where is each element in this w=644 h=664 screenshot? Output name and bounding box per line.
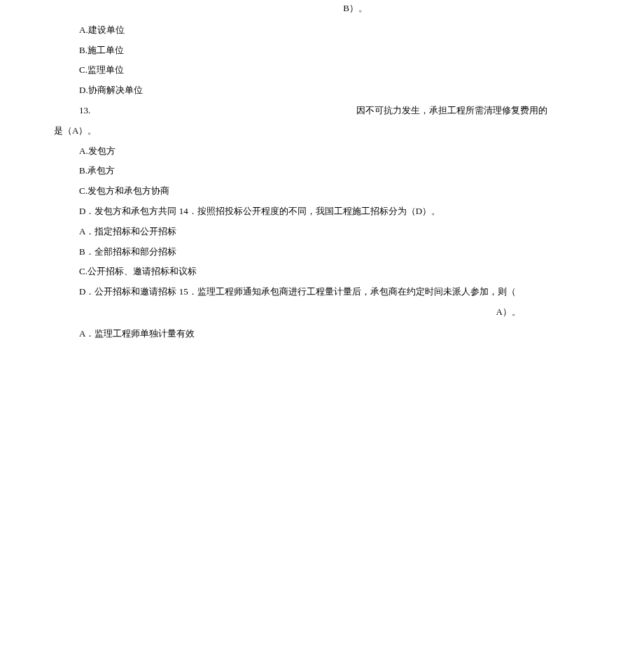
- q13-option-c: C.发包方和承包方协商: [0, 184, 644, 199]
- q13-option-a: A.发包方: [0, 144, 644, 159]
- q13-option-d-and-q14: D．发包方和承包方共同 14．按照招投标公开程度的不同，我国工程施工招标分为（D…: [0, 204, 644, 219]
- q12-option-d: D.协商解决单位: [0, 83, 644, 98]
- q12-option-c: C.监理单位: [0, 63, 644, 78]
- q14-option-b: B．全部招标和部分招标: [0, 245, 644, 260]
- q15-option-a: A．监理工程师单独计量有效: [0, 327, 644, 341]
- q15-answer-a: A）。: [0, 305, 644, 320]
- header-answer-b: B）。: [0, 1, 644, 16]
- q13-number: 13.: [0, 104, 356, 118]
- q14-option-c: C.公开招标、邀请招标和议标: [0, 264, 644, 279]
- q12-option-b: B.施工单位: [0, 43, 644, 58]
- q13-stem-continuation: 是（A）。: [0, 124, 644, 139]
- q12-option-a: A.建设单位: [0, 23, 644, 38]
- q14-option-d-and-q15: D．公开招标和邀请招标 15．监理工程师通知承包商进行工程量计量后，承包商在约定…: [0, 285, 644, 299]
- q13-stem-line: 13. 因不可抗力发生，承担工程所需清理修复费用的: [0, 104, 644, 118]
- q14-option-a: A．指定招标和公开招标: [0, 225, 644, 239]
- q13-option-b: B.承包方: [0, 164, 644, 178]
- q13-stem-right: 因不可抗力发生，承担工程所需清理修复费用的: [356, 104, 547, 118]
